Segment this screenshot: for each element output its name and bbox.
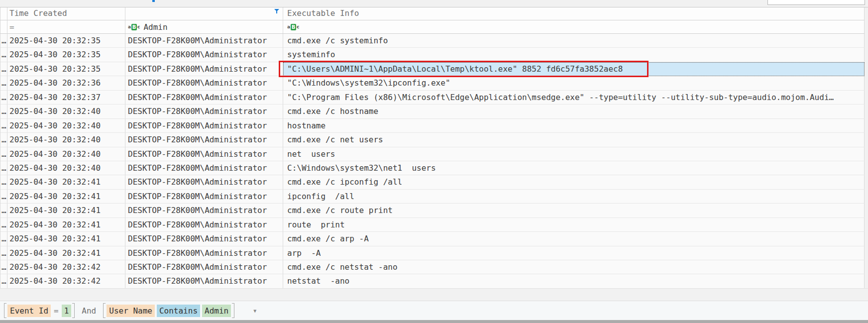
filter-funnel-icon[interactable] (274, 9, 279, 11)
cell-executable-info[interactable]: C:\Windows\system32\net1 users (283, 161, 865, 175)
filter-value-1[interactable]: 1 (62, 305, 72, 317)
bracket-open-icon (103, 303, 106, 318)
cell-executable-info[interactable]: cmd.exe /c hostname (283, 105, 865, 118)
abc-c: c (137, 25, 140, 29)
cell-user-name[interactable]: DESKTOP-F28K00M\Administrator (125, 76, 283, 90)
cell-time-created[interactable]: 2025-04-30 20:32:41 (7, 246, 125, 260)
row-indicator[interactable]: … (0, 204, 7, 217)
cell-time-created[interactable]: 2025-04-30 20:32:40 (7, 147, 125, 161)
cell-executable-info[interactable]: "C:\Windows\system32\ipconfig.exe" (283, 76, 865, 90)
table-row: …2025-04-30 20:32:42DESKTOP-F28K00M\Admi… (0, 274, 865, 288)
cell-user-name[interactable]: DESKTOP-F28K00M\Administrator (125, 105, 283, 118)
cell-user-name[interactable]: DESKTOP-F28K00M\Administrator (125, 62, 283, 76)
table-row: …2025-04-30 20:32:35DESKTOP-F28K00M\Admi… (0, 34, 865, 48)
row-indicator[interactable]: … (0, 218, 7, 232)
row-indicator[interactable]: … (0, 232, 7, 246)
cell-executable-info[interactable]: net users (283, 147, 865, 161)
row-indicator[interactable]: … (0, 91, 7, 105)
row-indicator[interactable]: … (0, 246, 7, 260)
cell-executable-info[interactable]: route print (283, 218, 865, 232)
cell-time-created[interactable]: 2025-04-30 20:32:41 (7, 218, 125, 232)
cell-time-created[interactable]: 2025-04-30 20:32:40 (7, 105, 125, 118)
column-header-user-name[interactable]: User Name (125, 7, 283, 20)
row-indicator[interactable]: … (0, 133, 7, 147)
row-indicator[interactable]: … (0, 190, 7, 204)
filter-operator-contains[interactable]: Contains (157, 305, 200, 317)
row-indicator[interactable]: … (0, 274, 7, 288)
abc-text-filter-icon: a B c (128, 24, 140, 30)
cell-executable-info[interactable]: cmd.exe /c arp -A (283, 232, 865, 246)
row-indicator[interactable]: … (0, 161, 7, 175)
filter-cell-time-created[interactable]: = (7, 20, 125, 33)
row-indicator[interactable]: … (0, 48, 7, 62)
cell-user-name[interactable]: DESKTOP-F28K00M\Administrator (125, 175, 283, 189)
filter-field-user-name[interactable]: User Name (107, 305, 155, 317)
cell-user-name[interactable]: DESKTOP-F28K00M\Administrator (125, 48, 283, 62)
cell-user-name[interactable]: DESKTOP-F28K00M\Administrator (125, 190, 283, 204)
cell-user-name[interactable]: DESKTOP-F28K00M\Administrator (125, 147, 283, 161)
filter-field-event-id[interactable]: Event Id (7, 305, 51, 317)
cell-executable-info[interactable]: arp -A (283, 246, 865, 260)
cell-executable-info-selected[interactable]: "C:\Users\ADMINI~1\AppData\Local\Temp\kt… (283, 62, 865, 76)
cell-time-created[interactable]: 2025-04-30 20:32:35 (7, 48, 125, 62)
cell-executable-info[interactable]: cmd.exe /c net users (283, 133, 865, 147)
column-header-time-created[interactable]: Time Created (7, 7, 125, 20)
cell-time-created[interactable]: 2025-04-30 20:32:41 (7, 175, 125, 189)
cell-user-name[interactable]: DESKTOP-F28K00M\Administrator (125, 204, 283, 217)
cell-executable-info[interactable]: cmd.exe /c ipconfig /all (283, 175, 865, 189)
table-row: …2025-04-30 20:32:35DESKTOP-F28K00M\Admi… (0, 48, 865, 62)
cell-time-created[interactable]: 2025-04-30 20:32:41 (7, 204, 125, 217)
cell-time-created[interactable]: 2025-04-30 20:32:40 (7, 161, 125, 175)
cell-time-created[interactable]: 2025-04-30 20:32:41 (7, 190, 125, 204)
cell-time-created[interactable]: 2025-04-30 20:32:41 (7, 232, 125, 246)
cell-executable-info[interactable]: "C:\Program Files (x86)\Microsoft\Edge\A… (283, 91, 865, 105)
cell-executable-info[interactable]: ipconfig /all (283, 190, 865, 204)
filter-dropdown-icon[interactable]: ▼ (253, 308, 256, 314)
cell-time-created[interactable]: 2025-04-30 20:32:40 (7, 119, 125, 133)
cell-executable-info[interactable]: cmd.exe /c netstat -ano (283, 260, 865, 274)
cell-time-created[interactable]: 2025-04-30 20:32:35 (7, 34, 125, 48)
cell-executable-info[interactable]: netstat -ano (283, 274, 865, 288)
cell-user-name[interactable]: DESKTOP-F28K00M\Administrator (125, 274, 283, 288)
cell-executable-info[interactable]: cmd.exe /c systeminfo (283, 34, 865, 48)
cell-time-created[interactable]: 2025-04-30 20:32:35 (7, 62, 125, 76)
row-indicator[interactable]: … (0, 260, 7, 274)
cell-user-name[interactable]: DESKTOP-F28K00M\Administrator (125, 91, 283, 105)
cell-user-name[interactable]: DESKTOP-F28K00M\Administrator (125, 133, 283, 147)
row-indicator[interactable]: … (0, 147, 7, 161)
row-indicator[interactable]: … (0, 34, 7, 48)
abc-a: a (128, 25, 131, 29)
cell-user-name[interactable]: DESKTOP-F28K00M\Administrator (125, 260, 283, 274)
filter-cell-user-name[interactable]: a B c Admin (125, 20, 283, 33)
filter-value-admin[interactable]: Admin (202, 305, 231, 317)
cell-user-name[interactable]: DESKTOP-F28K00M\Administrator (125, 246, 283, 260)
cell-time-created[interactable]: 2025-04-30 20:32:40 (7, 133, 125, 147)
row-indicator[interactable]: … (0, 175, 7, 189)
cell-user-name[interactable]: DESKTOP-F28K00M\Administrator (125, 218, 283, 232)
row-indicator[interactable]: … (0, 119, 7, 133)
search-input[interactable] (767, 0, 865, 5)
cell-time-created[interactable]: 2025-04-30 20:32:42 (7, 274, 125, 288)
filter-conjunction-and[interactable]: And (82, 306, 96, 316)
cell-executable-info[interactable]: cmd.exe /c route print (283, 204, 865, 217)
filter-cell-executable-info[interactable]: a B c (283, 20, 865, 33)
row-indicator[interactable]: … (0, 105, 7, 118)
cell-executable-info[interactable]: hostname (283, 119, 865, 133)
row-indicator-header[interactable] (0, 7, 7, 20)
cell-time-created[interactable]: 2025-04-30 20:32:37 (7, 91, 125, 105)
cell-time-created[interactable]: 2025-04-30 20:32:42 (7, 260, 125, 274)
filter-operator-equals[interactable]: = (54, 306, 59, 316)
cell-user-name[interactable]: DESKTOP-F28K00M\Administrator (125, 119, 283, 133)
cell-time-created[interactable]: 2025-04-30 20:32:36 (7, 76, 125, 90)
cell-executable-info[interactable]: systeminfo (283, 48, 865, 62)
bracket-close-icon (72, 303, 75, 318)
cell-user-name[interactable]: DESKTOP-F28K00M\Administrator (125, 232, 283, 246)
horizontal-scrollbar-track[interactable] (0, 288, 868, 301)
row-indicator[interactable]: … (0, 76, 7, 90)
row-indicator[interactable]: … (0, 62, 7, 76)
column-header-executable-info[interactable]: Executable Info (283, 7, 865, 20)
filter-cell-indicator[interactable] (0, 20, 7, 33)
cell-user-name[interactable]: DESKTOP-F28K00M\Administrator (125, 34, 283, 48)
cell-user-name[interactable]: DESKTOP-F28K00M\Administrator (125, 161, 283, 175)
bracket-close-icon (232, 303, 234, 318)
